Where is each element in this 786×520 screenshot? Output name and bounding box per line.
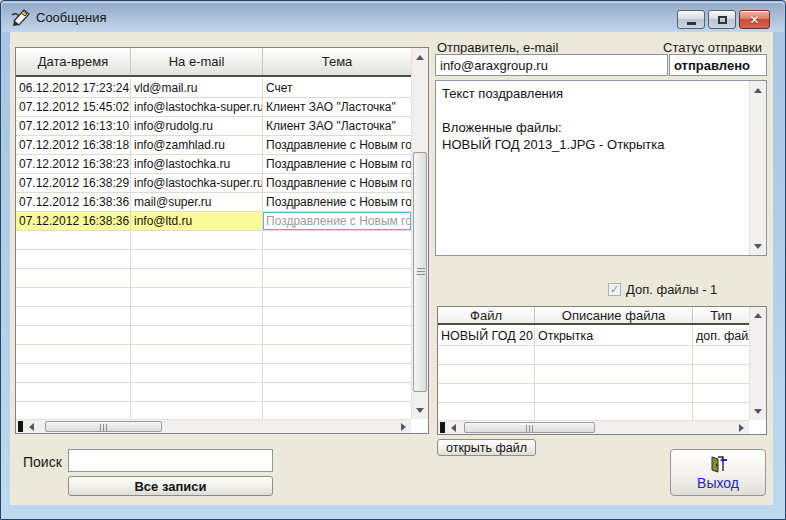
extra-files-checkbox[interactable]: ✓ bbox=[608, 283, 621, 296]
exit-button[interactable]: Выход bbox=[670, 449, 766, 496]
table-row-empty bbox=[16, 288, 411, 307]
all-records-button[interactable]: Все записи bbox=[68, 476, 273, 496]
table-row-empty bbox=[16, 250, 411, 269]
app-window: Сообщения ✕ Дата-время На e-mail Тема 06… bbox=[0, 0, 786, 520]
attachment-row-empty bbox=[438, 346, 749, 365]
attachment-row-empty bbox=[438, 384, 749, 403]
cell-email: info@lastochka.ru bbox=[131, 155, 263, 173]
message-vertical-scrollbar[interactable] bbox=[749, 81, 766, 255]
cell-email: vld@mail.ru bbox=[131, 79, 263, 97]
cell-datetime: 07.12.2012 16:38:23 bbox=[16, 155, 131, 173]
open-file-button[interactable]: открыть файл bbox=[437, 439, 536, 456]
extra-files-checkbox-row: ✓ Доп. файлы - 1 bbox=[608, 282, 717, 297]
table-row-empty bbox=[16, 307, 411, 326]
cell-subject: Поздравление с Новым год bbox=[263, 193, 411, 211]
grid-splitter-handle[interactable] bbox=[18, 421, 23, 432]
search-input[interactable] bbox=[68, 449, 273, 472]
attachments-vertical-scrollbar[interactable] bbox=[749, 307, 766, 420]
cell-email: info@rudolg.ru bbox=[131, 117, 263, 135]
status-label: Статус отправки bbox=[663, 40, 762, 55]
exit-door-icon bbox=[708, 455, 728, 474]
cell-subject: Поздравление с Новым год bbox=[263, 174, 411, 192]
messages-horizontal-scrollbar[interactable] bbox=[16, 419, 411, 433]
cell-email: mail@super.ru bbox=[131, 193, 263, 211]
cell-type: доп. файл bbox=[693, 327, 749, 345]
title-bar[interactable]: Сообщения ✕ bbox=[2, 2, 784, 32]
cell-datetime: 07.12.2012 16:38:36 bbox=[16, 193, 131, 211]
table-row-empty bbox=[16, 345, 411, 364]
window-title: Сообщения bbox=[36, 10, 107, 25]
cell-description: Открытка bbox=[535, 327, 693, 345]
scroll-left-button[interactable] bbox=[25, 420, 37, 433]
cell-datetime: 07.12.2012 16:38:18 bbox=[16, 136, 131, 154]
message-text: Текст поздравления Вложенные файлы: НОВЫ… bbox=[436, 81, 749, 255]
table-row-empty bbox=[16, 326, 411, 345]
attachments-table-header: Файл Описание файла Тип bbox=[438, 307, 749, 325]
cell-subject: Счет bbox=[263, 79, 411, 97]
exit-button-label: Выход bbox=[697, 475, 739, 491]
send-status-field: отправлено bbox=[669, 54, 767, 76]
scroll-down-button[interactable] bbox=[750, 239, 766, 253]
table-row-empty bbox=[16, 269, 411, 288]
attachments-horizontal-scrollbar[interactable] bbox=[438, 420, 749, 434]
messages-table: Дата-время На e-mail Тема 06.12.2012 17:… bbox=[15, 47, 429, 434]
scroll-up-button[interactable] bbox=[412, 50, 428, 64]
sender-email-field[interactable]: info@araxgroup.ru bbox=[435, 54, 668, 76]
scroll-left-button[interactable] bbox=[447, 421, 459, 434]
attachment-row-empty bbox=[438, 403, 749, 420]
messages-table-header: Дата-время На e-mail Тема bbox=[16, 48, 411, 77]
table-row-selected[interactable]: 07.12.2012 16:38:36 info@ltd.ru Поздравл… bbox=[16, 212, 411, 231]
column-header-datetime: Дата-время bbox=[16, 48, 131, 75]
write-message-icon bbox=[10, 7, 31, 28]
table-row[interactable]: 07.12.2012 16:38:18 info@zamhlad.ru Позд… bbox=[16, 136, 411, 155]
maximize-button[interactable] bbox=[708, 10, 736, 29]
table-row-empty bbox=[16, 383, 411, 402]
cell-email: info@lastochka-super.ru bbox=[131, 98, 263, 116]
table-row[interactable]: 07.12.2012 16:38:23 info@lastochka.ru По… bbox=[16, 155, 411, 174]
horizontal-scroll-thumb[interactable] bbox=[464, 422, 595, 433]
table-row[interactable]: 07.12.2012 15:45:02 info@lastochka-super… bbox=[16, 98, 411, 117]
column-header-subject: Тема bbox=[263, 48, 411, 75]
scroll-down-button[interactable] bbox=[412, 403, 428, 417]
cell-email: info@zamhlad.ru bbox=[131, 136, 263, 154]
attachments-table: Файл Описание файла Тип НОВЫЙ ГОД 2013 О… bbox=[437, 306, 767, 435]
cell-subject: Клиент ЗАО "Ласточка" bbox=[263, 98, 411, 116]
table-row[interactable]: 07.12.2012 16:13:10 info@rudolg.ru Клиен… bbox=[16, 117, 411, 136]
vertical-scroll-thumb[interactable] bbox=[413, 152, 427, 392]
cell-datetime: 07.12.2012 16:38:36 bbox=[16, 212, 131, 230]
sender-label: Отправитель, e-mail bbox=[437, 40, 558, 55]
horizontal-scroll-thumb[interactable] bbox=[45, 421, 162, 432]
messages-vertical-scrollbar[interactable] bbox=[411, 48, 428, 419]
messages-table-body: 06.12.2012 17:23:24 vld@mail.ru Счет 07.… bbox=[16, 79, 411, 419]
table-row-empty bbox=[16, 402, 411, 419]
scroll-up-button[interactable] bbox=[750, 309, 766, 322]
message-text-area[interactable]: Текст поздравления Вложенные файлы: НОВЫ… bbox=[435, 80, 767, 256]
cell-file: НОВЫЙ ГОД 2013 bbox=[438, 327, 535, 345]
scroll-right-button[interactable] bbox=[735, 421, 747, 434]
column-header-description: Описание файла bbox=[535, 307, 693, 323]
cell-subject-focused: Поздравление с Новым год bbox=[263, 212, 411, 230]
minimize-button[interactable] bbox=[677, 10, 705, 29]
cell-email: info@ltd.ru bbox=[131, 212, 263, 230]
table-row-empty bbox=[16, 231, 411, 250]
attachment-row[interactable]: НОВЫЙ ГОД 2013 Открытка доп. файл bbox=[438, 327, 749, 346]
attachment-row-empty bbox=[438, 365, 749, 384]
table-row[interactable]: 07.12.2012 16:38:36 mail@super.ru Поздра… bbox=[16, 193, 411, 212]
grid-splitter-handle[interactable] bbox=[440, 422, 445, 433]
scroll-up-button[interactable] bbox=[750, 83, 766, 97]
close-button[interactable]: ✕ bbox=[739, 10, 770, 29]
search-label: Поиск bbox=[23, 454, 62, 470]
table-row-empty bbox=[16, 364, 411, 383]
minimize-icon bbox=[687, 22, 696, 25]
cell-datetime: 07.12.2012 16:13:10 bbox=[16, 117, 131, 135]
scroll-right-button[interactable] bbox=[397, 420, 409, 433]
maximize-icon bbox=[718, 16, 727, 24]
cell-datetime: 06.12.2012 17:23:24 bbox=[16, 79, 131, 97]
cell-subject: Клиент ЗАО "Ласточка" bbox=[263, 117, 411, 135]
close-icon: ✕ bbox=[749, 14, 759, 26]
attachments-table-body: НОВЫЙ ГОД 2013 Открытка доп. файл bbox=[438, 327, 749, 420]
cell-datetime: 07.12.2012 16:38:29 bbox=[16, 174, 131, 192]
table-row[interactable]: 07.12.2012 16:38:29 info@lastochka-super… bbox=[16, 174, 411, 193]
table-row[interactable]: 06.12.2012 17:23:24 vld@mail.ru Счет bbox=[16, 79, 411, 98]
scroll-down-button[interactable] bbox=[750, 405, 766, 418]
